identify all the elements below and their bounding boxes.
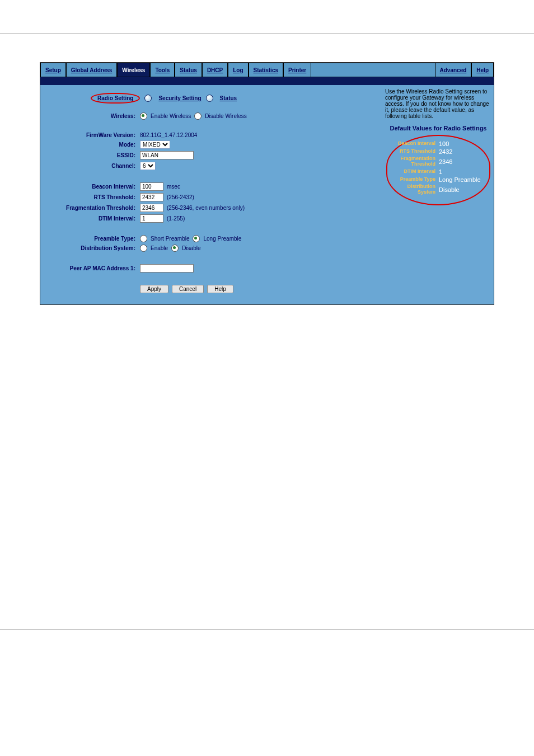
bullet-icon xyxy=(206,95,213,102)
label-channel: Channel: xyxy=(46,163,140,169)
mode-select[interactable]: MIXED xyxy=(140,140,170,149)
opt-enable-wireless: Enable Wireless xyxy=(151,113,191,119)
hint-frag: (256-2346, even numbers only) xyxy=(167,205,245,211)
def-dist-value: Disable xyxy=(439,186,460,193)
def-beacon-value: 100 xyxy=(439,140,449,147)
def-frag-value: 2346 xyxy=(439,158,452,165)
value-firmware: 802.11G_1.47.12.2004 xyxy=(140,132,197,138)
top-nav: Setup Global Address Wireless Tools Stat… xyxy=(40,63,494,77)
tab-wireless[interactable]: Wireless xyxy=(117,63,150,77)
help-button[interactable]: Help xyxy=(207,285,233,293)
label-mode: Mode: xyxy=(46,142,140,148)
hint-dtim: (1-255) xyxy=(167,215,185,222)
tab-help[interactable]: Help xyxy=(471,63,494,77)
opt-dist-enable: Enable xyxy=(151,245,168,251)
radio-dist-disable[interactable] xyxy=(171,245,179,252)
label-distribution: Distribution System: xyxy=(46,245,140,251)
hint-rts: (256-2432) xyxy=(167,194,194,200)
bullet-icon xyxy=(144,95,152,102)
def-rts-value: 2432 xyxy=(439,148,452,155)
radio-enable-wireless[interactable] xyxy=(140,112,147,120)
apply-button[interactable]: Apply xyxy=(140,285,168,293)
main-panel: Radio Setting Security Setting Status Wi… xyxy=(40,85,383,304)
label-dtim: DTIM Interval: xyxy=(46,215,140,222)
essid-input[interactable] xyxy=(140,151,194,159)
label-wireless: Wireless: xyxy=(46,113,140,119)
opt-disable-wireless: Disable Wireless xyxy=(205,113,246,119)
tab-global-address[interactable]: Global Address xyxy=(66,63,118,77)
channel-select[interactable]: 6 xyxy=(140,162,156,170)
label-preamble: Preamble Type: xyxy=(46,236,140,242)
radio-dist-enable[interactable] xyxy=(140,245,147,252)
tab-statistics[interactable]: Statistics xyxy=(249,63,283,77)
def-preamble-label: Preamble Type xyxy=(392,177,439,182)
tab-advanced[interactable]: Advanced xyxy=(435,63,472,77)
label-peer-mac: Peer AP MAC Address 1: xyxy=(46,265,140,271)
peer-mac-input[interactable] xyxy=(140,264,194,273)
tab-tools[interactable]: Tools xyxy=(150,63,175,77)
defaults-circle: Beacon Interval100 RTS Threshold2432 Fra… xyxy=(386,135,490,205)
def-dtim-label: DTIM Interval xyxy=(392,169,439,175)
tab-dhcp[interactable]: DHCP xyxy=(202,63,228,77)
opt-long-preamble: Long Preamble xyxy=(203,236,241,242)
label-beacon: Beacon Interval: xyxy=(46,184,140,190)
screenshot-window: Setup Global Address Wireless Tools Stat… xyxy=(40,62,494,305)
def-dist-label: Distribution System xyxy=(392,184,439,195)
def-rts-label: RTS Threshold xyxy=(392,149,439,154)
radio-disable-wireless[interactable] xyxy=(194,112,202,120)
label-essid: ESSID: xyxy=(46,152,140,158)
def-frag-label: Fragmentation Threshold xyxy=(392,156,439,167)
radio-short-preamble[interactable] xyxy=(140,235,147,242)
tab-setup[interactable]: Setup xyxy=(40,63,66,77)
help-panel: Use the Wireless Radio Setting screen to… xyxy=(383,85,494,304)
rts-input[interactable] xyxy=(140,193,163,201)
subtab-bar: Radio Setting Security Setting Status xyxy=(46,93,377,104)
label-frag: Fragmentation Threshold: xyxy=(46,205,140,211)
def-preamble-value: Long Preamble xyxy=(439,176,481,183)
tab-printer[interactable]: Printer xyxy=(283,63,311,77)
nav-stripe xyxy=(40,77,494,85)
subtab-status[interactable]: Status xyxy=(220,95,237,101)
label-firmware: FirmWare Version: xyxy=(46,132,140,138)
help-text: Use the Wireless Radio Setting screen to… xyxy=(385,88,491,119)
cancel-button[interactable]: Cancel xyxy=(172,285,204,293)
beacon-input[interactable] xyxy=(140,182,163,191)
def-dtim-value: 1 xyxy=(439,168,442,175)
dtim-input[interactable] xyxy=(140,214,163,223)
opt-dist-disable: Disable xyxy=(182,245,200,251)
opt-short-preamble: Short Preamble xyxy=(151,236,189,242)
radio-long-preamble[interactable] xyxy=(193,235,200,242)
defaults-heading: Default Values for Radio Settings xyxy=(385,125,491,132)
hint-msec: msec xyxy=(167,184,180,190)
frag-input[interactable] xyxy=(140,204,163,212)
tab-log[interactable]: Log xyxy=(228,63,248,77)
tab-status[interactable]: Status xyxy=(175,63,202,77)
def-beacon-label: Beacon Interval xyxy=(392,141,439,147)
label-rts: RTS Threshold: xyxy=(46,194,140,200)
subtab-security-setting[interactable]: Security Setting xyxy=(158,95,201,101)
nav-spacer xyxy=(311,63,434,77)
subtab-radio-setting[interactable]: Radio Setting xyxy=(91,93,140,104)
